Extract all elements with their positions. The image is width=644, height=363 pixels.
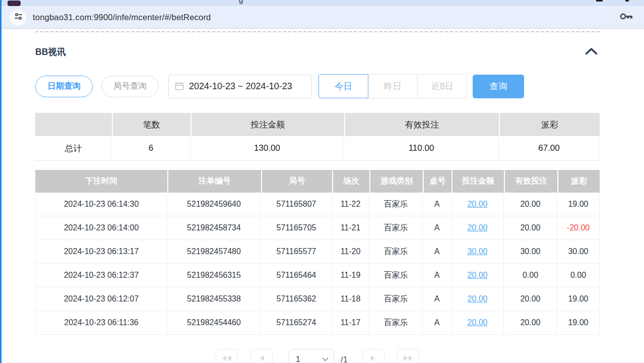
calendar-icon [175, 82, 184, 91]
cell-bet-amount-link[interactable]: 30.00 [452, 240, 504, 263]
table-body: 2024-10-23 06:14:30 521982459640 5711658… [35, 193, 600, 335]
cell-game-type: 百家乐 [369, 287, 423, 311]
tab-title-fragment: g [239, 0, 243, 4]
table-row: 2024-10-23 06:11:36 521982454460 5711652… [35, 311, 600, 335]
cell-round-no: 571165362 [261, 287, 332, 311]
header-bet-time: 下注时间 [35, 170, 167, 193]
password-manager-button[interactable] [619, 12, 633, 23]
first-page-button[interactable] [216, 349, 238, 363]
quick-range-group: 今日 昨日 近8日 [318, 74, 467, 98]
cell-table-no: A [423, 240, 452, 263]
summary-count-value: 6 [112, 136, 190, 161]
cell-game-type: 百家乐 [369, 240, 423, 263]
cell-bet-time: 2024-10-23 06:12:07 [35, 287, 167, 311]
header-game-type: 游戏类别 [369, 170, 423, 193]
today-button[interactable]: 今日 [318, 74, 368, 98]
cell-session: 11-19 [332, 264, 369, 287]
cell-valid-bet: 30.00 [504, 240, 557, 263]
page-select-value: 1 [296, 355, 300, 363]
cell-round-no: 571165807 [261, 193, 332, 216]
table-row: 2024-10-23 06:13:17 521982457480 5711655… [35, 240, 600, 264]
right-arrow-icon [370, 354, 376, 363]
cell-bet-amount-link[interactable]: 20.00 [452, 193, 504, 216]
round-query-tab[interactable]: 局号查询 [101, 76, 159, 97]
table-row: 2024-10-23 06:14:00 521982458734 5711657… [35, 216, 600, 240]
site-settings-icon [14, 13, 23, 22]
summary-table: 笔数 投注金额 有效投注 派彩 总计 6 130.00 110.00 67.00 [35, 113, 600, 161]
cell-bet-time: 2024-10-23 06:11:36 [35, 311, 167, 334]
cell-order-id: 521982455338 [167, 287, 261, 311]
collapse-section-button[interactable] [583, 46, 600, 58]
cell-valid-bet: 20.00 [504, 287, 557, 311]
cell-table-no: A [423, 216, 452, 239]
cell-payout: 19.00 [557, 193, 600, 216]
site-settings-button[interactable] [10, 10, 26, 26]
browser-address-bar: tongbao31.com:9900/infe/mcenter/#/betRec… [0, 6, 644, 29]
cell-payout: 30.00 [557, 240, 600, 263]
section-divider [35, 31, 600, 32]
chevron-up-icon [585, 48, 598, 56]
cell-bet-amount-link[interactable]: 20.00 [452, 311, 504, 334]
summary-header-empty [35, 113, 112, 136]
cell-valid-bet: 0.00 [504, 264, 557, 287]
header-session: 场次 [332, 170, 369, 193]
cell-table-no: A [423, 264, 452, 287]
cell-table-no: A [423, 287, 452, 311]
tab-favicon [8, 1, 21, 6]
cell-payout: 19.00 [557, 311, 600, 334]
date-query-tab[interactable]: 日期查询 [35, 76, 93, 97]
key-icon [619, 12, 633, 23]
summary-header-count: 笔数 [112, 113, 190, 136]
header-valid-bet: 有效投注 [504, 170, 557, 193]
last-page-button[interactable] [397, 349, 419, 363]
cell-table-no: A [423, 311, 452, 334]
cell-order-id: 521982459640 [167, 193, 261, 216]
total-pages-label: /1 [341, 349, 348, 363]
cell-bet-amount-link[interactable]: 20.00 [452, 216, 504, 239]
page-select[interactable]: 1 [289, 349, 334, 363]
cell-table-no: A [423, 193, 452, 216]
summary-payout-value: 67.00 [499, 136, 600, 161]
next-page-button[interactable] [362, 349, 384, 363]
cell-bet-amount-link[interactable]: 20.00 [452, 264, 504, 287]
summary-total-label: 总计 [35, 136, 112, 161]
double-left-icon [221, 354, 232, 363]
cell-round-no: 571165274 [261, 311, 332, 334]
search-button[interactable]: 查询 [473, 75, 524, 98]
cell-order-id: 521982458734 [167, 216, 261, 239]
table-row: 2024-10-23 06:12:07 521982455338 5711653… [35, 287, 600, 311]
cell-round-no: 571165577 [261, 240, 332, 263]
double-right-icon [403, 354, 414, 363]
window-control-icon[interactable] [596, 0, 603, 2]
cell-session: 11-21 [332, 216, 369, 239]
date-range-input[interactable]: 2024-10-23 ~ 2024-10-23 [168, 75, 312, 98]
yesterday-button[interactable]: 昨日 [368, 74, 418, 98]
header-payout: 派彩 [557, 170, 600, 193]
cell-valid-bet: 20.00 [504, 193, 557, 216]
cell-bet-time: 2024-10-23 06:13:17 [35, 240, 167, 263]
pagination: 1 /1 [35, 349, 600, 363]
cell-bet-time: 2024-10-23 06:12:37 [35, 264, 167, 287]
cell-game-type: 百家乐 [369, 216, 423, 239]
url-input[interactable]: tongbao31.com:9900/infe/mcenter/#/betRec… [33, 13, 211, 22]
cell-game-type: 百家乐 [369, 264, 423, 287]
window-control-icon[interactable] [625, 0, 629, 2]
last-8-days-button[interactable]: 近8日 [417, 74, 467, 98]
prev-page-button[interactable] [250, 349, 273, 363]
header-order-id: 注单编号 [167, 170, 261, 193]
cell-bet-amount-link[interactable]: 20.00 [452, 287, 504, 311]
cell-valid-bet: 20.00 [504, 216, 557, 239]
cell-valid-bet: 20.00 [504, 311, 557, 334]
date-range-value: 2024-10-23 ~ 2024-10-23 [189, 81, 292, 92]
cell-session: 11-22 [332, 193, 369, 216]
window-edge [0, 0, 2, 363]
browser-tab-strip: g [0, 0, 644, 6]
cell-payout: 19.00 [557, 287, 600, 311]
header-round-no: 局号 [261, 170, 332, 193]
table-row: 2024-10-23 06:14:30 521982459640 5711658… [35, 193, 600, 216]
left-arrow-icon [259, 354, 265, 363]
summary-header-bet-amount: 投注金额 [190, 113, 344, 136]
summary-valid-bet-value: 110.00 [344, 136, 499, 161]
header-table-no: 桌号 [423, 170, 452, 193]
header-bet-amount: 投注金额 [452, 170, 504, 193]
